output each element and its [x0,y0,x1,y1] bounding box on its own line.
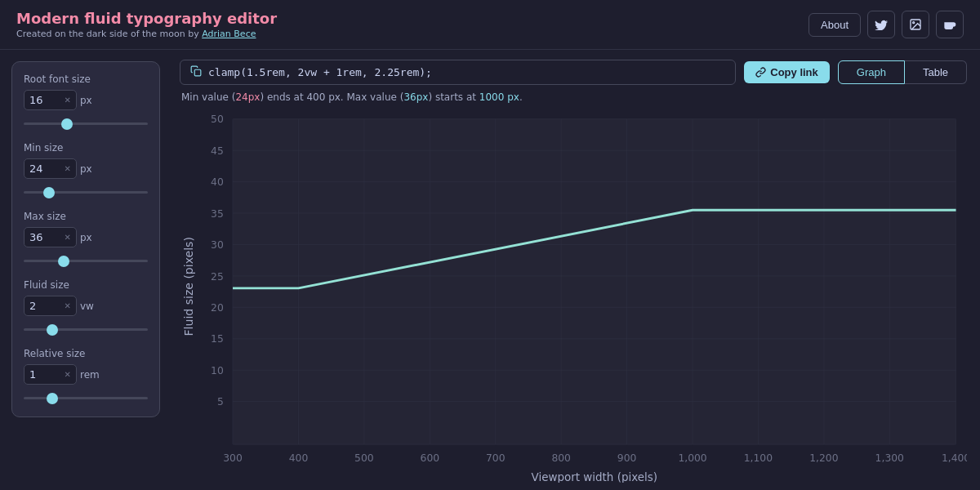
svg-text:1,100: 1,100 [744,452,773,464]
svg-text:900: 900 [617,452,637,464]
min-size-slider[interactable] [24,191,148,194]
relative-size-clear[interactable]: ✕ [65,370,71,379]
relative-size-row: 1 ✕ rem [24,364,148,385]
chart-area: .grid-line { stroke: #313244; stroke-wid… [180,109,967,483]
min-size-input[interactable]: 24 ✕ [24,158,77,179]
relative-size-slider-wrap [24,390,148,402]
copy-icon [190,65,202,79]
root-font-slider-wrap [24,115,148,127]
chart-svg: .grid-line { stroke: #313244; stroke-wid… [180,109,967,483]
svg-point-1 [913,22,915,24]
fluid-size-group: Fluid size 2 ✕ vw [24,279,148,333]
info-line: Min value (24px) ends at 400 px. Max val… [180,91,967,103]
max-size-slider-wrap [24,252,148,265]
min-size-row: 24 ✕ px [24,158,148,179]
svg-text:Viewport width (pixels): Viewport width (pixels) [532,470,657,483]
max-size-label: Max size [24,211,148,222]
max-size-clear[interactable]: ✕ [65,233,71,242]
content: clamp(1.5rem, 2vw + 1rem, 2.25rem); Copy… [172,50,980,490]
svg-text:5: 5 [217,395,224,408]
min-size-unit: px [80,163,103,175]
min-size-clear[interactable]: ✕ [65,164,71,173]
relative-size-input[interactable]: 1 ✕ [24,364,77,385]
svg-rect-2 [194,69,201,76]
root-font-clear[interactable]: ✕ [65,96,71,105]
max-size-input[interactable]: 36 ✕ [24,227,77,247]
tab-group: Graph Table [838,60,967,84]
svg-text:800: 800 [551,452,571,464]
svg-text:300: 300 [223,452,243,464]
min-size-label: Min size [24,142,148,154]
root-font-label: Root font size [24,74,148,85]
fluid-size-unit: vw [80,301,103,312]
root-font-input[interactable]: 16 ✕ [24,90,77,110]
svg-text:10: 10 [211,364,224,376]
sidebar: Root font size 16 ✕ px Min size 24 [0,50,172,490]
min-size-group: Min size 24 ✕ px [24,142,148,196]
tab-table[interactable]: Table [905,60,967,84]
svg-text:1,200: 1,200 [809,452,838,464]
svg-text:45: 45 [211,145,224,157]
app-title: Modern fluid typography editor [16,10,277,27]
svg-text:1,400: 1,400 [942,452,967,464]
fluid-size-input[interactable]: 2 ✕ [24,296,77,316]
relative-size-unit: rem [80,369,103,381]
about-button[interactable]: About [808,13,861,37]
fluid-size-slider-wrap [24,321,148,333]
max-size-unit: px [80,232,103,243]
min-size-slider-wrap [24,184,148,196]
svg-text:50: 50 [211,113,224,125]
relative-size-slider[interactable] [24,397,148,399]
controls-panel: Root font size 16 ✕ px Min size 24 [11,61,160,417]
root-font-row: 16 ✕ px [24,90,148,110]
svg-text:35: 35 [211,207,224,219]
subtitle: Created on the dark side of the moon by … [16,29,277,39]
svg-text:500: 500 [354,452,374,464]
max-size-group: Max size 36 ✕ px [24,211,148,265]
svg-text:400: 400 [289,452,309,464]
svg-text:40: 40 [211,176,224,188]
svg-text:600: 600 [421,452,440,464]
fluid-size-label: Fluid size [24,279,148,291]
root-font-unit: px [80,95,103,106]
svg-text:1,000: 1,000 [678,452,706,464]
svg-text:20: 20 [211,301,224,314]
svg-text:25: 25 [211,270,224,282]
header-right: About [808,11,964,38]
copy-link-label: Copy link [770,66,818,78]
tab-graph[interactable]: Graph [838,60,905,84]
svg-text:1,300: 1,300 [875,452,904,464]
relative-size-label: Relative size [24,348,148,359]
twitter-button[interactable] [867,11,895,38]
svg-text:15: 15 [211,332,224,345]
header: Modern fluid typography editor Created o… [0,0,980,50]
svg-text:Fluid size (pixels): Fluid size (pixels) [182,237,195,336]
svg-text:700: 700 [486,452,506,464]
css-output: clamp(1.5rem, 2vw + 1rem, 2.25rem); [180,60,736,85]
max-size-slider[interactable] [24,260,148,262]
coffee-button[interactable] [936,11,964,38]
max-size-row: 36 ✕ px [24,227,148,247]
fluid-size-clear[interactable]: ✕ [65,301,71,310]
svg-rect-3 [233,119,956,444]
relative-size-group: Relative size 1 ✕ rem [24,348,148,402]
fluid-size-row: 2 ✕ vw [24,296,148,316]
copy-link-button[interactable]: Copy link [744,61,830,83]
header-left: Modern fluid typography editor Created o… [16,10,277,39]
author-link[interactable]: Adrian Bece [202,29,256,39]
top-bar: clamp(1.5rem, 2vw + 1rem, 2.25rem); Copy… [180,60,967,85]
fluid-size-slider[interactable] [24,328,148,331]
main: Root font size 16 ✕ px Min size 24 [0,50,980,490]
css-value: clamp(1.5rem, 2vw + 1rem, 2.25rem); [208,66,432,78]
svg-text:30: 30 [211,238,224,251]
screenshot-button[interactable] [902,11,929,38]
root-font-slider[interactable] [24,122,148,125]
root-font-group: Root font size 16 ✕ px [24,74,148,127]
